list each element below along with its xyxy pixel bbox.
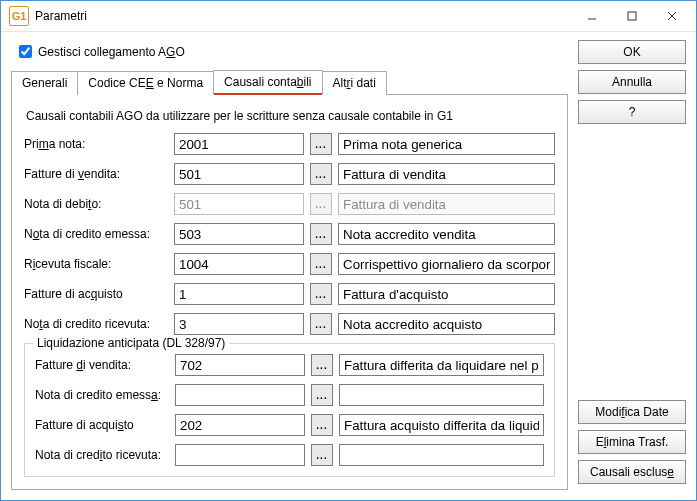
row-nota-credito-ricevuta: Nota di credito ricevuta: ...: [24, 313, 555, 335]
code-ricevuta-fiscale[interactable]: [174, 253, 304, 275]
help-button[interactable]: ?: [578, 100, 686, 124]
lookup-fatture-vendita[interactable]: ...: [310, 163, 332, 185]
tabpanel-causali: Causali contabili AGO da utilizzare per …: [11, 94, 568, 490]
label-nota-debito: Nota di debito:: [24, 197, 174, 211]
lookup-fatture-acquisto[interactable]: ...: [310, 283, 332, 305]
row-fatture-acquisto: Fatture di acquisto ...: [24, 283, 555, 305]
glookup-fatture-vendita[interactable]: ...: [311, 354, 333, 376]
dialog-body: Gestisci collegamento AGO Generali Codic…: [1, 32, 696, 500]
gcode-nota-credito-ricevuta[interactable]: [175, 444, 305, 466]
code-prima-nota[interactable]: [174, 133, 304, 155]
desc-nota-credito-emessa[interactable]: [338, 223, 555, 245]
grow-fatture-acquisto: Fatture di acquisto ...: [35, 414, 544, 436]
svg-rect-1: [628, 12, 636, 20]
row-prima-nota: Prima nota: ...: [24, 133, 555, 155]
row-fatture-vendita: Fatture di vendita: ...: [24, 163, 555, 185]
tabs: Generali Codice CEE e Norma Causali cont…: [11, 69, 568, 94]
gestisci-ago-input[interactable]: [19, 45, 32, 58]
gdesc-fatture-vendita[interactable]: [339, 354, 544, 376]
label-prima-nota: Prima nota:: [24, 137, 174, 151]
desc-ricevuta-fiscale[interactable]: [338, 253, 555, 275]
code-fatture-acquisto[interactable]: [174, 283, 304, 305]
close-button[interactable]: [652, 5, 692, 27]
parametri-window: G1 Parametri Gestisci collegamento AGO G…: [0, 0, 697, 501]
modifica-date-button[interactable]: Modifica Date: [578, 400, 686, 424]
desc-fatture-vendita[interactable]: [338, 163, 555, 185]
gestisci-ago-label: Gestisci collegamento AGO: [38, 45, 185, 59]
code-fatture-vendita[interactable]: [174, 163, 304, 185]
instructions: Causali contabili AGO da utilizzare per …: [26, 109, 555, 123]
glabel-fatture-vendita: Fatture di vendita:: [35, 358, 175, 372]
grow-fatture-vendita: Fatture di vendita: ...: [35, 354, 544, 376]
tab-altri-dati[interactable]: Altri dati: [322, 71, 387, 95]
elimina-trasf-button[interactable]: Elimina Trasf.: [578, 430, 686, 454]
desc-nota-debito: [338, 193, 555, 215]
maximize-button[interactable]: [612, 5, 652, 27]
grow-nota-credito-ricevuta: Nota di credito ricevuta: ...: [35, 444, 544, 466]
titlebar: G1 Parametri: [1, 1, 696, 32]
gdesc-nota-credito-ricevuta[interactable]: [339, 444, 544, 466]
code-nota-credito-emessa[interactable]: [174, 223, 304, 245]
label-nota-credito-emessa: Nota di credito emessa:: [24, 227, 174, 241]
tab-codice-cee[interactable]: Codice CEE e Norma: [77, 71, 214, 95]
row-ricevuta-fiscale: Ricevuta fiscale: ...: [24, 253, 555, 275]
spacer: [578, 130, 686, 400]
code-nota-credito-ricevuta[interactable]: [174, 313, 304, 335]
gdesc-nota-credito-emessa[interactable]: [339, 384, 544, 406]
gcode-fatture-acquisto[interactable]: [175, 414, 305, 436]
glookup-nota-credito-ricevuta[interactable]: ...: [311, 444, 333, 466]
gdesc-fatture-acquisto[interactable]: [339, 414, 544, 436]
group-legend: Liquidazione anticipata (DL 328/97): [33, 336, 229, 350]
row-nota-credito-emessa: Nota di credito emessa: ...: [24, 223, 555, 245]
gcode-nota-credito-emessa[interactable]: [175, 384, 305, 406]
window-title: Parametri: [35, 9, 572, 23]
glabel-fatture-acquisto: Fatture di acquisto: [35, 418, 175, 432]
ok-button[interactable]: OK: [578, 40, 686, 64]
label-nota-credito-ricevuta: Nota di credito ricevuta:: [24, 317, 174, 331]
lookup-nota-credito-emessa[interactable]: ...: [310, 223, 332, 245]
right-button-pane: OK Annulla ? Modifica Date Elimina Trasf…: [578, 40, 686, 490]
causali-escluse-button[interactable]: Causali escluse: [578, 460, 686, 484]
lookup-nota-credito-ricevuta[interactable]: ...: [310, 313, 332, 335]
gestisci-ago-checkbox[interactable]: Gestisci collegamento AGO: [15, 42, 568, 61]
lookup-prima-nota[interactable]: ...: [310, 133, 332, 155]
tab-causali-contabili[interactable]: Causali contabili: [213, 70, 322, 95]
tab-generali[interactable]: Generali: [11, 71, 78, 95]
desc-nota-credito-ricevuta[interactable]: [338, 313, 555, 335]
glabel-nota-credito-ricevuta: Nota di credito ricevuta:: [35, 448, 175, 462]
desc-prima-nota[interactable]: [338, 133, 555, 155]
glookup-nota-credito-emessa[interactable]: ...: [311, 384, 333, 406]
grow-nota-credito-emessa: Nota di credito emessa: ...: [35, 384, 544, 406]
glookup-fatture-acquisto[interactable]: ...: [311, 414, 333, 436]
app-icon: G1: [9, 6, 29, 26]
left-pane: Gestisci collegamento AGO Generali Codic…: [11, 40, 568, 490]
label-fatture-vendita: Fatture di vendita:: [24, 167, 174, 181]
window-controls: [572, 5, 692, 27]
annulla-button[interactable]: Annulla: [578, 70, 686, 94]
desc-fatture-acquisto[interactable]: [338, 283, 555, 305]
lookup-nota-debito: ...: [310, 193, 332, 215]
gcode-fatture-vendita[interactable]: [175, 354, 305, 376]
minimize-button[interactable]: [572, 5, 612, 27]
group-liquidazione-anticipata: Liquidazione anticipata (DL 328/97) Fatt…: [24, 343, 555, 477]
glabel-nota-credito-emessa: Nota di credito emessa:: [35, 388, 175, 402]
lookup-ricevuta-fiscale[interactable]: ...: [310, 253, 332, 275]
label-fatture-acquisto: Fatture di acquisto: [24, 287, 174, 301]
row-nota-debito: Nota di debito: ...: [24, 193, 555, 215]
label-ricevuta-fiscale: Ricevuta fiscale:: [24, 257, 174, 271]
code-nota-debito: [174, 193, 304, 215]
